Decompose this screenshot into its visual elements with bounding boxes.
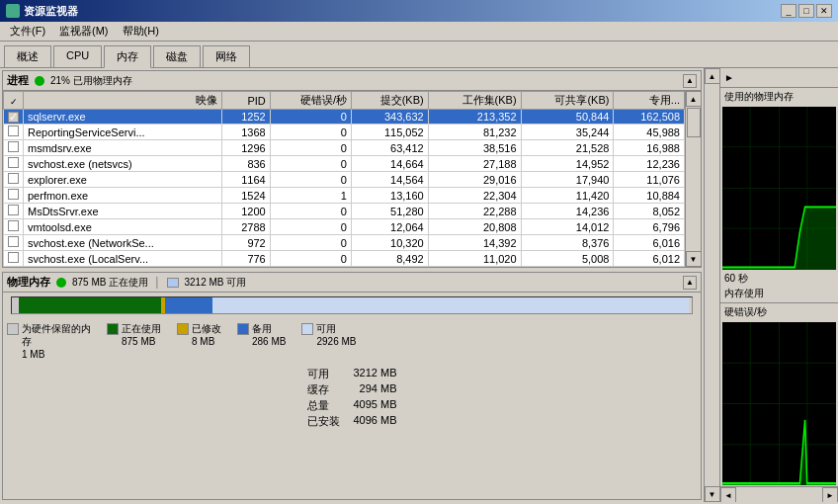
row-commit: 14,664 xyxy=(351,156,428,172)
table-row[interactable]: ReportingServiceServi... 1368 0 115,052 … xyxy=(4,125,685,140)
table-row[interactable]: explorer.exe 1164 0 14,564 29,016 17,940… xyxy=(4,172,685,188)
row-private: 16,988 xyxy=(614,140,685,156)
legend-color-box xyxy=(301,323,313,335)
row-hard-faults: 0 xyxy=(270,110,351,125)
col-private[interactable]: 专用... xyxy=(614,92,685,110)
table-row[interactable]: svchost.exe (LocalServ... 776 0 8,492 11… xyxy=(4,251,685,267)
row-checkbox[interactable] xyxy=(4,140,24,156)
row-checkbox[interactable] xyxy=(4,251,24,267)
memory-in-use-label: 875 MB 正在使用 xyxy=(72,276,148,290)
row-private: 8,052 xyxy=(614,204,685,219)
col-hard-faults[interactable]: 硬错误/秒 xyxy=(270,92,351,110)
col-checkbox[interactable]: ✓ xyxy=(4,92,24,110)
minimize-button[interactable]: _ xyxy=(781,4,796,18)
memory-bar-segment xyxy=(19,297,161,313)
table-row[interactable]: vmtoolsd.exe 2788 0 12,064 20,808 14,012… xyxy=(4,219,685,235)
maximize-button[interactable]: □ xyxy=(798,4,814,18)
table-row[interactable]: svchost.exe (netsvcs) 836 0 14,664 27,18… xyxy=(4,156,685,172)
menu-file[interactable]: 文件(F) xyxy=(4,23,51,40)
legend-item: 正在使用875 MB xyxy=(107,322,161,348)
row-hard-faults: 0 xyxy=(270,125,351,140)
row-hard-faults: 0 xyxy=(270,219,351,235)
row-pid: 836 xyxy=(221,156,270,172)
table-row[interactable]: msmdsrv.exe 1296 0 63,412 38,516 21,528 … xyxy=(4,140,685,156)
table-row[interactable]: svchost.exe (NetworkSe... 972 0 10,320 1… xyxy=(4,235,685,251)
table-row[interactable]: ✓ sqlservr.exe 1252 0 343,632 213,352 50… xyxy=(4,110,685,125)
title-controls: _ □ ✕ xyxy=(781,4,832,18)
col-commit[interactable]: 提交(KB) xyxy=(351,92,428,110)
right-panel-arrow[interactable]: ► xyxy=(724,72,734,83)
row-hard-faults: 0 xyxy=(270,204,351,219)
tab-overview[interactable]: 概述 xyxy=(4,45,51,67)
memory-bar-segment xyxy=(12,297,19,313)
stat-label: 总量 xyxy=(307,398,329,413)
tab-network[interactable]: 网络 xyxy=(203,45,250,67)
row-hard-faults: 0 xyxy=(270,140,351,156)
col-image[interactable]: 映像 xyxy=(24,92,222,110)
memory-panel: 物理内存 875 MB 正在使用 │ 3212 MB 可用 ▲ 为硬件保留的内存… xyxy=(2,272,702,500)
process-scrollbar[interactable]: ▲ ▼ xyxy=(685,91,701,267)
stat-row: 缓存 294 MB xyxy=(307,382,397,397)
row-checkbox[interactable] xyxy=(4,204,24,219)
main-scroll-up[interactable]: ▲ xyxy=(705,68,720,84)
row-shareable: 50,844 xyxy=(521,110,614,125)
memory-bar xyxy=(11,296,693,314)
stat-label: 缓存 xyxy=(307,382,329,397)
row-private: 162,508 xyxy=(614,110,685,125)
table-row[interactable]: perfmon.exe 1524 1 13,160 22,304 11,420 … xyxy=(4,188,685,204)
legend-item: 可用2926 MB xyxy=(301,322,356,348)
row-commit: 13,160 xyxy=(351,188,428,204)
tab-disk[interactable]: 磁盘 xyxy=(153,45,201,67)
row-checkbox[interactable] xyxy=(4,219,24,235)
row-hard-faults: 0 xyxy=(270,172,351,188)
process-panel: 进程 21% 已用物理内存 ▲ ✓ 映像 PID 硬错误/秒 xyxy=(2,70,702,268)
row-checkbox[interactable] xyxy=(4,235,24,251)
row-commit: 51,280 xyxy=(351,204,428,219)
scroll-up-button[interactable]: ▲ xyxy=(686,91,702,107)
stat-label: 已安装 xyxy=(307,414,340,429)
tab-memory[interactable]: 内存 xyxy=(104,45,151,68)
stat-value: 3212 MB xyxy=(348,367,397,381)
row-pid: 776 xyxy=(221,251,270,267)
row-shareable: 8,376 xyxy=(521,235,614,251)
main-scroll-down[interactable]: ▼ xyxy=(705,486,720,502)
row-shareable: 17,940 xyxy=(521,172,614,188)
scroll-left-button[interactable]: ◄ xyxy=(720,487,736,502)
legend-label: 可用2926 MB xyxy=(316,322,356,348)
col-shareable[interactable]: 可共享(KB) xyxy=(521,92,614,110)
bottom-scrollbar[interactable]: ◄ ► xyxy=(720,486,838,502)
tab-cpu[interactable]: CPU xyxy=(53,45,102,67)
table-row[interactable]: MsDtsSrvr.exe 1200 0 51,280 22,288 14,23… xyxy=(4,204,685,219)
row-working-set: 22,304 xyxy=(428,188,521,204)
scroll-down-button[interactable]: ▼ xyxy=(686,251,702,267)
title-bar-text: 资源监视器 xyxy=(6,4,78,19)
row-checkbox[interactable] xyxy=(4,156,24,172)
process-collapse-button[interactable]: ▲ xyxy=(683,74,697,88)
close-button[interactable]: ✕ xyxy=(816,4,832,18)
process-indicator-dot xyxy=(35,76,44,86)
main-scrollbar-v[interactable]: ▲ ▼ xyxy=(704,68,719,502)
row-working-set: 20,808 xyxy=(428,219,521,235)
menu-help[interactable]: 帮助(H) xyxy=(117,23,165,40)
row-pid: 1296 xyxy=(221,140,270,156)
row-hard-faults: 0 xyxy=(270,156,351,172)
scroll-right-button[interactable]: ► xyxy=(822,487,838,502)
row-commit: 10,320 xyxy=(351,235,428,251)
legend-color-box xyxy=(237,323,249,335)
row-checkbox[interactable] xyxy=(4,172,24,188)
col-working-set[interactable]: 工作集(KB) xyxy=(428,92,521,110)
process-panel-title: 进程 xyxy=(7,73,29,88)
row-working-set: 29,016 xyxy=(428,172,521,188)
row-hard-faults: 1 xyxy=(270,188,351,204)
row-checkbox[interactable] xyxy=(4,125,24,140)
memory-collapse-button[interactable]: ▲ xyxy=(683,276,697,290)
menu-monitor[interactable]: 监视器(M) xyxy=(53,23,115,40)
row-image: svchost.exe (LocalServ... xyxy=(24,251,222,267)
col-pid[interactable]: PID xyxy=(221,92,270,110)
row-commit: 8,492 xyxy=(351,251,428,267)
memory-bar-segment xyxy=(165,297,212,313)
row-checkbox[interactable]: ✓ xyxy=(4,110,24,125)
row-checkbox[interactable] xyxy=(4,188,24,204)
scroll-thumb[interactable] xyxy=(687,108,701,137)
memory-stat-col: 可用 3212 MB 缓存 294 MB 总量 4095 MB 已安装 4096… xyxy=(307,367,397,429)
